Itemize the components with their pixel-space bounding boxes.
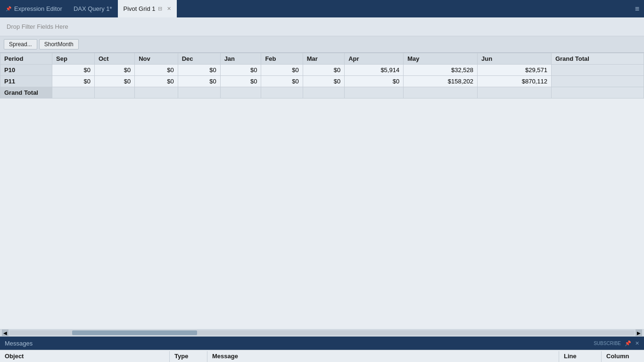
scroll-thumb[interactable] — [72, 330, 197, 335]
cell-p10-feb: $0 — [261, 65, 303, 76]
messages-actions: SUBSCRIBE 📌 ✕ — [594, 340, 639, 346]
tab-expression-editor[interactable]: 📌 Expression Editor — [0, 0, 68, 17]
cell-p10-mar: $0 — [303, 65, 344, 76]
cell-gt-oct — [94, 87, 134, 99]
cell-gt-may — [404, 87, 478, 99]
messages-column-headers: Object Type Message Line Column — [0, 350, 644, 362]
spread-button[interactable]: Spread... — [4, 39, 37, 49]
col-header-feb: Feb — [261, 53, 303, 65]
cell-p10-nov: $0 — [135, 65, 178, 76]
messages-pin-icon[interactable]: 📌 — [625, 340, 631, 346]
cell-p11-jun: $870,112 — [478, 76, 552, 87]
cell-gt-grand-total — [551, 87, 644, 99]
field-buttons-row: Spread... ShortMonth — [0, 36, 644, 53]
cell-p11-oct: $0 — [94, 76, 134, 87]
tab-dax-query-label: DAX Query 1* — [74, 5, 112, 12]
main-content: Drop Filter Fields Here Spread... ShortM… — [0, 17, 644, 329]
table-row-p10: P10 $0 $0 $0 $0 $0 $0 $0 $5,914 $32,528 … — [0, 65, 644, 76]
cell-p10-jan: $0 — [220, 65, 261, 76]
shortmonth-button[interactable]: ShortMonth — [39, 39, 79, 49]
pivot-grid-table: Period Sep Oct Nov Dec Jan Feb Mar Apr M… — [0, 53, 644, 99]
drop-filter-label: Drop Filter Fields Here — [7, 23, 68, 30]
col-header-jun: Jun — [478, 53, 552, 65]
cell-p10-may: $32,528 — [404, 65, 478, 76]
messages-col-object: Object — [0, 351, 170, 362]
header-row: Period Sep Oct Nov Dec Jan Feb Mar Apr M… — [0, 53, 644, 65]
cell-p10-jun: $29,571 — [478, 65, 552, 76]
cell-p11-apr: $0 — [345, 76, 404, 87]
cell-p11-sep: $0 — [52, 76, 95, 87]
cell-gt-mar — [303, 87, 344, 99]
cell-p10-oct: $0 — [94, 65, 134, 76]
title-bar: 📌 Expression Editor DAX Query 1* Pivot G… — [0, 0, 644, 17]
cell-gt-apr — [345, 87, 404, 99]
col-header-may: May — [404, 53, 478, 65]
messages-title-label: Messages — [5, 340, 33, 347]
table-row-grand-total: Grand Total — [0, 87, 644, 99]
cell-p10-dec: $0 — [178, 65, 220, 76]
tab-pivot-grid-close[interactable]: ✕ — [167, 6, 171, 12]
col-header-nov: Nov — [135, 53, 178, 65]
cell-p11-mar: $0 — [303, 76, 344, 87]
pin-icon: 📌 — [6, 6, 11, 11]
cell-gt-jan — [220, 87, 261, 99]
row-label-grand-total: Grand Total — [0, 87, 52, 99]
cell-gt-sep — [52, 87, 95, 99]
cell-p10-apr: $5,914 — [345, 65, 404, 76]
col-header-jan: Jan — [220, 53, 261, 65]
tab-dax-query[interactable]: DAX Query 1* — [68, 0, 118, 17]
row-label-p10: P10 — [0, 65, 52, 76]
col-header-sep: Sep — [52, 53, 95, 65]
col-header-mar: Mar — [303, 53, 344, 65]
messages-col-line: Line — [559, 351, 602, 362]
messages-col-column: Column — [602, 351, 644, 362]
messages-col-type: Type — [170, 351, 207, 362]
drop-filter-row[interactable]: Drop Filter Fields Here — [0, 17, 644, 36]
scroll-track[interactable] — [9, 330, 635, 335]
tab-expression-editor-label: Expression Editor — [14, 5, 62, 12]
title-bar-menu[interactable]: ≡ — [630, 5, 644, 13]
cell-p11-dec: $0 — [178, 76, 220, 87]
scroll-right-arrow[interactable]: ▶ — [636, 329, 642, 336]
cell-p11-grand-total — [551, 76, 644, 87]
col-header-dec: Dec — [178, 53, 220, 65]
tab-pivot-grid[interactable]: Pivot Grid 1 ⊟ ✕ — [118, 0, 177, 17]
row-label-p11: P11 — [0, 76, 52, 87]
scroll-left-arrow[interactable]: ◀ — [2, 329, 8, 336]
cell-gt-feb — [261, 87, 303, 99]
tab-separator-icon: ⊟ — [158, 6, 162, 12]
cell-p11-nov: $0 — [135, 76, 178, 87]
cell-gt-nov — [135, 87, 178, 99]
messages-bar: Messages SUBSCRIBE 📌 ✕ Object Type Messa… — [0, 337, 644, 362]
cell-gt-jun — [478, 87, 552, 99]
col-header-oct: Oct — [94, 53, 134, 65]
horizontal-scrollbar[interactable]: ◀ ▶ — [0, 329, 644, 337]
col-header-apr: Apr — [345, 53, 404, 65]
cell-p10-grand-total — [551, 65, 644, 76]
messages-close-icon[interactable]: ✕ — [635, 340, 639, 346]
col-header-period: Period — [0, 53, 52, 65]
cell-p11-feb: $0 — [261, 76, 303, 87]
table-row-p11: P11 $0 $0 $0 $0 $0 $0 $0 $0 $158,202 $87… — [0, 76, 644, 87]
cell-p10-sep: $0 — [52, 65, 95, 76]
col-header-grand-total: Grand Total — [551, 53, 644, 65]
cell-gt-dec — [178, 87, 220, 99]
tab-pivot-grid-label: Pivot Grid 1 — [124, 5, 156, 12]
messages-title-row: Messages SUBSCRIBE 📌 ✕ — [0, 337, 644, 350]
messages-col-message: Message — [207, 351, 559, 362]
subscribe-badge: SUBSCRIBE — [594, 341, 621, 346]
pivot-grid-wrapper[interactable]: Period Sep Oct Nov Dec Jan Feb Mar Apr M… — [0, 53, 644, 329]
cell-p11-jan: $0 — [220, 76, 261, 87]
cell-p11-may: $158,202 — [404, 76, 478, 87]
